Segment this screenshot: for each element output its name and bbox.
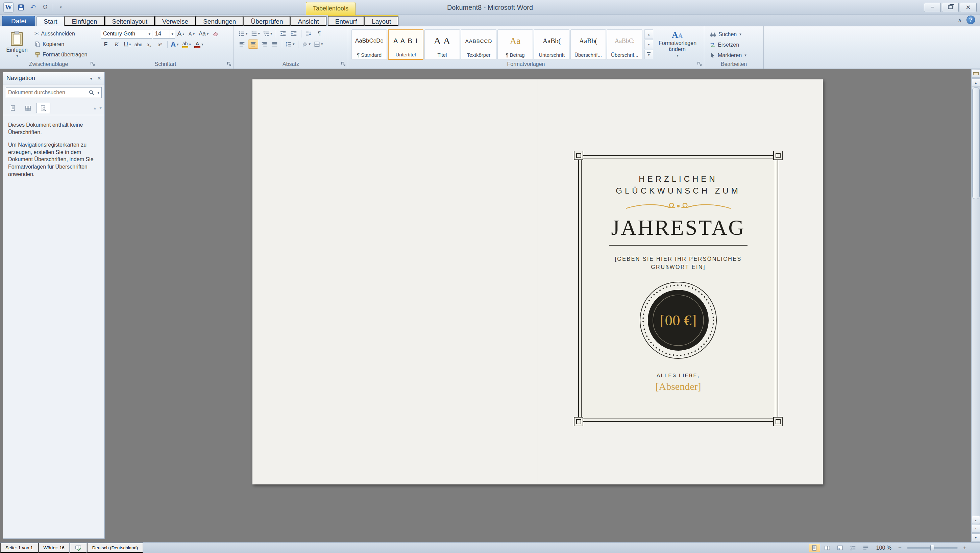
navigation-options-button[interactable]: ▾ (90, 76, 92, 81)
replace-button[interactable]: Ersetzen (708, 40, 749, 49)
borders-button[interactable]: ▾ (313, 40, 325, 49)
style-item-textkoerper[interactable]: AABBCCD Textkörper (461, 29, 496, 60)
zoom-in-button[interactable]: + (961, 544, 969, 551)
copy-button[interactable]: Kopieren (32, 40, 89, 49)
shrink-font-button[interactable]: A▾ (186, 29, 197, 38)
tab-datei[interactable]: Datei (2, 16, 35, 26)
style-item-standard[interactable]: AaBbCcDc ¶ Standard (352, 29, 387, 60)
subscript-button[interactable]: x₂ (144, 40, 154, 49)
previous-result-button[interactable]: ▴ (94, 105, 96, 110)
ruler-toggle-button[interactable] (972, 70, 980, 78)
card-heading[interactable]: HERZLICHEN GLÜCKWUNSCH ZUM (616, 173, 740, 197)
outline-view-button[interactable] (847, 544, 859, 552)
clipboard-dialog-launcher[interactable] (90, 61, 95, 67)
document-search-box[interactable]: ▾ (6, 87, 102, 98)
document-page[interactable]: HERZLICHEN GLÜCKWUNSCH ZUM JAHRESTAG (253, 79, 823, 485)
web-layout-view-button[interactable] (834, 544, 846, 552)
italic-button[interactable]: K (111, 40, 122, 49)
sort-button[interactable] (304, 29, 313, 38)
decrease-indent-button[interactable] (278, 29, 288, 38)
show-paragraph-marks-button[interactable]: ¶ (314, 29, 325, 38)
select-button[interactable]: Markieren ▾ (708, 51, 749, 60)
restore-button[interactable] (942, 3, 959, 12)
format-painter-button[interactable]: Format übertragen (32, 50, 89, 59)
grow-font-button[interactable]: A▴ (176, 29, 186, 38)
undo-button[interactable]: ↶ (29, 3, 38, 12)
tab-sendungen[interactable]: Sendungen (196, 16, 243, 26)
text-effects-button[interactable]: A▾ (170, 40, 180, 49)
minimize-button[interactable]: − (924, 3, 941, 12)
browse-pages-tab[interactable] (21, 103, 35, 113)
card-greeting-placeholder[interactable]: [GEBEN SIE HIER IHR PERSÖNLICHES GRUßWOR… (615, 255, 741, 272)
style-item-untertitel[interactable]: A A B I Untertitel (388, 29, 423, 60)
justify-button[interactable] (270, 40, 280, 49)
scroll-previous-page-button[interactable]: ▴ (972, 516, 980, 524)
align-left-button[interactable] (237, 40, 247, 49)
page-count-status[interactable]: Seite: 1 von 1 (0, 542, 38, 553)
tab-ansicht[interactable]: Ansicht (290, 16, 326, 26)
change-case-button[interactable]: Aa▾ (197, 29, 210, 38)
bold-button[interactable]: F (101, 40, 111, 49)
strikethrough-button[interactable]: abc (133, 40, 144, 49)
help-button[interactable]: ? (966, 16, 975, 24)
styles-scroll-down-button[interactable]: ▾ (644, 40, 653, 49)
change-styles-button[interactable]: AA Formatvorlagen ändern ▾ (655, 29, 699, 62)
greeting-card[interactable]: HERZLICHEN GLÜCKWUNSCH ZUM JAHRESTAG (578, 155, 778, 422)
save-button[interactable] (16, 3, 26, 12)
cut-button[interactable]: ✂ Ausschneiden (32, 29, 89, 38)
close-button[interactable]: ✕ (960, 3, 977, 12)
qat-customize-button[interactable]: ▾ (56, 3, 65, 12)
tab-start[interactable]: Start (37, 16, 64, 26)
browse-headings-tab[interactable] (6, 103, 20, 113)
tab-entwurf[interactable]: Entwurf (328, 16, 364, 26)
increase-indent-button[interactable] (289, 29, 299, 38)
spellcheck-status[interactable] (70, 542, 87, 553)
amount-seal[interactable]: [00 €] (637, 279, 719, 361)
font-dialog-launcher[interactable] (226, 61, 232, 67)
tab-layout[interactable]: Layout (364, 16, 398, 26)
minimize-ribbon-button[interactable]: ∧ (958, 17, 962, 23)
search-input[interactable] (8, 89, 86, 95)
superscript-button[interactable]: x² (155, 40, 165, 49)
align-center-button[interactable] (248, 40, 258, 49)
font-size-combo[interactable]: 14 ▾ (153, 29, 175, 38)
tab-seitenlayout[interactable]: Seitenlayout (105, 16, 155, 26)
style-item-ueberschrift2[interactable]: AaBbC: Überschrif... (607, 29, 643, 60)
fullscreen-reading-view-button[interactable] (821, 544, 833, 552)
tab-ueberpruefen[interactable]: Überprüfen (243, 16, 290, 26)
zoom-out-button[interactable]: − (896, 544, 904, 551)
tab-verweise[interactable]: Verweise (155, 16, 196, 26)
font-family-combo[interactable]: Century Goth ▾ (101, 29, 152, 38)
line-spacing-button[interactable]: ▾ (284, 40, 296, 49)
style-item-titel[interactable]: A A Titel (425, 29, 460, 60)
next-result-button[interactable]: ▾ (99, 105, 102, 110)
paragraph-dialog-launcher[interactable] (340, 61, 346, 67)
scroll-next-page-button[interactable]: ▾ (972, 533, 980, 542)
vertical-scrollbar[interactable]: ▴ ▴ • ▾ (971, 69, 980, 542)
zoom-slider-thumb[interactable] (930, 545, 934, 551)
style-item-ueberschrift1[interactable]: AaBb( Überschrif... (570, 29, 606, 60)
word-logo-icon[interactable]: W (3, 2, 14, 13)
browse-results-tab[interactable] (36, 103, 50, 113)
styles-dialog-launcher[interactable] (697, 61, 703, 67)
style-item-betrag[interactable]: Aa ¶ Betrag (498, 29, 533, 60)
insert-symbol-button[interactable]: Ω (41, 3, 50, 12)
card-title[interactable]: JAHRESTAG (611, 215, 745, 240)
style-item-unterschrift[interactable]: AaBb( Unterschrift (534, 29, 570, 60)
zoom-level-label[interactable]: 100 % (873, 545, 895, 551)
shading-button[interactable]: ▾ (301, 40, 312, 49)
clear-formatting-button[interactable] (210, 29, 221, 38)
tab-einfuegen[interactable]: Einfügen (64, 16, 104, 26)
print-layout-view-button[interactable] (809, 544, 820, 552)
card-sender-placeholder[interactable]: [Absender] (655, 381, 701, 392)
scrollbar-thumb[interactable] (972, 87, 980, 199)
select-browse-object-button[interactable]: • (972, 524, 980, 533)
word-count-status[interactable]: Wörter: 16 (38, 542, 70, 553)
find-button[interactable]: Suchen ▾ (708, 30, 749, 39)
card-closing[interactable]: ALLES LIEBE, (657, 372, 700, 378)
draft-view-button[interactable] (860, 544, 872, 552)
numbering-button[interactable]: ▾ (250, 29, 262, 38)
language-status[interactable]: Deutsch (Deutschland) (87, 542, 143, 553)
multilevel-list-button[interactable]: ▾ (262, 29, 274, 38)
styles-gallery-more-button[interactable]: ▾ (644, 50, 653, 59)
